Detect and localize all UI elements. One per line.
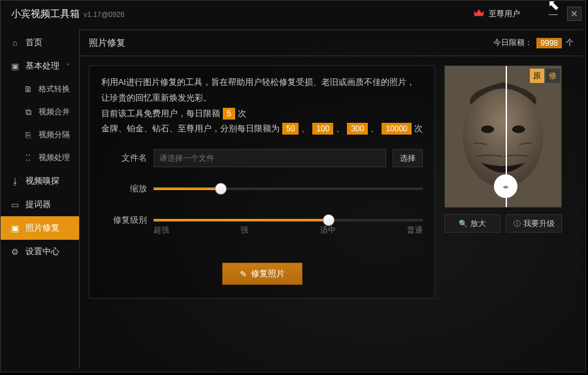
page-title: 照片修复 <box>89 37 125 49</box>
crown-icon <box>473 7 485 21</box>
split-icon: ⎘ <box>23 130 33 140</box>
sidebar-item-label: 照片修复 <box>25 222 59 234</box>
sidebar-item-photo-repair[interactable]: ▣ 照片修复 <box>1 216 79 240</box>
before-tag: 原 <box>530 69 544 83</box>
desc-line2a: 目前该工具免费用户，每日限额 <box>101 109 220 118</box>
sidebar-item-fx[interactable]: ⁚⁚ 视频处理 <box>1 146 79 169</box>
sidebar-item-label: 基本处理 <box>25 60 59 72</box>
sidebar-item-label: 首页 <box>25 37 42 48</box>
svg-point-3 <box>512 125 525 133</box>
gear-icon: ⚙ <box>10 246 20 257</box>
grid-icon: ▣ <box>10 61 20 71</box>
download-icon: ⭳ <box>10 176 20 186</box>
select-file-button[interactable]: 选择 <box>393 149 423 167</box>
preview-pane: ◂▸ 原 修 🔍 放大 ⓘ 我要升级 <box>444 65 562 299</box>
user-tier-label: 至尊用户 <box>489 8 520 20</box>
tick-label: 适中 <box>320 225 336 236</box>
tick-label: 超强 <box>154 225 169 236</box>
slider-thumb[interactable] <box>215 183 227 195</box>
repair-button[interactable]: ✎ 修复照片 <box>222 263 302 285</box>
tick-label: 普通 <box>407 225 423 236</box>
desc-line2b: 次 <box>238 109 246 118</box>
titlebar: 小宾视频工具箱 v1.17@0926 至尊用户 ⬉ — ✕ <box>1 1 585 27</box>
sidebar-item-label: 视频分隔 <box>39 129 70 140</box>
desc-line3a: 金牌、铂金、钻石、至尊用户，分别每日限额为 <box>101 124 280 133</box>
file-row: 文件名 选择 <box>101 149 423 167</box>
quota-value: 9998 <box>536 38 562 48</box>
zoom-row: 缩放 <box>101 179 423 199</box>
minimize-button[interactable]: — <box>546 7 561 21</box>
enlarge-button[interactable]: 🔍 放大 <box>444 214 500 233</box>
sidebar-item-split[interactable]: ⎘ 视频分隔 <box>1 123 79 146</box>
app-name: 小宾视频工具箱 <box>11 8 80 20</box>
level-row: 修复级别 超强 强 适中 普通 <box>101 210 423 230</box>
enlarge-label: 放大 <box>470 218 486 229</box>
doc-icon: 🗎 <box>23 84 33 95</box>
level-label: 修复级别 <box>101 214 147 226</box>
content-header: 照片修复 今日限额： 9998 个 <box>80 30 583 56</box>
level-slider[interactable]: 超强 强 适中 普通 <box>154 210 423 230</box>
desc-tier-1: 50 <box>282 123 299 135</box>
level-ticks: 超强 强 适中 普通 <box>154 225 423 236</box>
app-version: v1.17@0926 <box>84 10 125 18</box>
zoom-slider[interactable] <box>154 179 423 199</box>
compare-handle[interactable]: ◂▸ <box>494 174 517 198</box>
desc-line1: 利用AI进行图片修复的工具，旨在帮助用户轻松修复受损、老旧或画质不佳的照片，让珍… <box>101 78 415 103</box>
wand-icon: ✎ <box>240 269 247 279</box>
user-tier[interactable]: 至尊用户 <box>473 7 520 21</box>
desc-tier-3: 300 <box>347 123 368 135</box>
sidebar-item-label: 提词器 <box>25 199 51 210</box>
zoom-icon: 🔍 <box>459 220 468 228</box>
home-icon: ⌂ <box>10 37 20 48</box>
quota-unit: 个 <box>566 37 574 48</box>
tick-label: 强 <box>240 225 248 236</box>
sidebar-item-label: 视频合并 <box>39 106 70 118</box>
upgrade-button[interactable]: ⓘ 我要升级 <box>506 214 562 233</box>
sidebar-item-label: 格式转换 <box>39 84 70 95</box>
content: 照片修复 今日限额： 9998 个 利用AI进行图片修复的工具，旨在帮助用户轻松… <box>79 29 583 369</box>
file-input[interactable] <box>154 149 386 167</box>
sidebar-item-label: 视频嗅探 <box>25 175 59 187</box>
sidebar: ⌂ 首页 ▣ 基本处理 ˄ 🗎 格式转换 ⧉ 视频合并 ⎘ 视频分隔 ⁚⁚ <box>1 27 79 372</box>
after-tag: 修 <box>546 69 560 83</box>
desc-free-limit: 5 <box>223 108 235 120</box>
zoom-label: 缩放 <box>101 183 147 195</box>
svg-point-2 <box>481 125 494 133</box>
app-title: 小宾视频工具箱 v1.17@0926 <box>11 8 125 20</box>
description: 利用AI进行图片修复的工具，旨在帮助用户轻松修复受损、老旧或画质不佳的照片，让珍… <box>101 75 423 137</box>
form-panel: 利用AI进行图片修复的工具，旨在帮助用户轻松修复受损、老旧或画质不佳的照片，让珍… <box>89 65 435 299</box>
preview-image[interactable]: ◂▸ 原 修 <box>444 65 562 208</box>
close-button[interactable]: ✕ <box>567 7 581 21</box>
quota-label: 今日限额： <box>493 37 532 48</box>
merge-icon: ⧉ <box>23 107 33 118</box>
desc-line3b: 次 <box>414 124 423 133</box>
sidebar-item-sniff[interactable]: ⭳ 视频嗅探 <box>1 169 79 193</box>
sidebar-item-merge[interactable]: ⧉ 视频合并 <box>1 101 79 123</box>
sidebar-item-basic[interactable]: ▣ 基本处理 ˄ <box>1 54 79 78</box>
image-icon: ▣ <box>10 223 20 233</box>
quota-display: 今日限额： 9998 个 <box>493 37 574 48</box>
sidebar-item-label: 设置中心 <box>25 246 59 257</box>
info-icon: ⓘ <box>514 219 521 229</box>
screen-icon: ▭ <box>10 199 20 210</box>
upgrade-label: 我要升级 <box>523 218 555 229</box>
sidebar-item-label: 视频处理 <box>39 152 70 163</box>
sidebar-item-prompter[interactable]: ▭ 提词器 <box>1 193 79 216</box>
sidebar-item-home[interactable]: ⌂ 首页 <box>1 31 79 54</box>
fx-icon: ⁚⁚ <box>23 153 33 163</box>
chevron-up-icon: ˄ <box>67 63 70 70</box>
repair-button-label: 修复照片 <box>251 268 285 280</box>
desc-tier-2: 100 <box>312 123 333 135</box>
file-label: 文件名 <box>101 152 147 164</box>
desc-tier-4: 10000 <box>382 123 411 135</box>
sidebar-item-format[interactable]: 🗎 格式转换 <box>1 78 79 101</box>
sidebar-item-settings[interactable]: ⚙ 设置中心 <box>1 240 79 263</box>
